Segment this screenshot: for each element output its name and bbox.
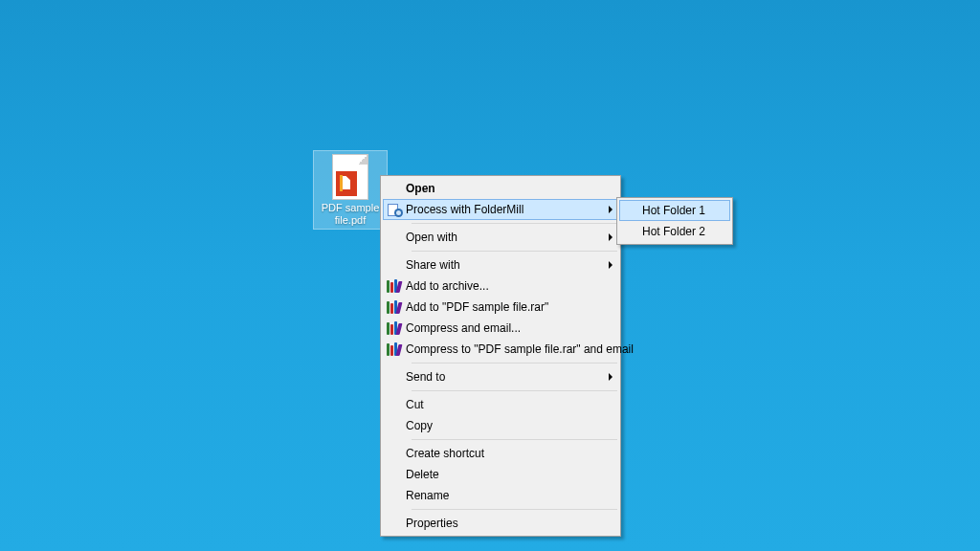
menu-item-label: Compress and email... [406, 321, 618, 335]
menu-item-label: Open with [406, 231, 618, 244]
context-menu-item[interactable]: Share with [383, 254, 618, 276]
menu-item-label: Open [406, 182, 618, 195]
context-menu-item[interactable]: Compress to "PDF sample file.rar" and em… [383, 339, 618, 360]
menu-item-label: Compress to "PDF sample file.rar" and em… [406, 342, 651, 356]
menu-separator [412, 509, 617, 510]
winrar-icon [387, 279, 402, 293]
context-menu-item[interactable]: Add to archive... [383, 276, 618, 297]
menu-item-label: Properties [406, 517, 618, 530]
context-menu-item[interactable]: Cut [383, 394, 618, 415]
context-submenu-item[interactable]: Hot Folder 2 [619, 221, 730, 242]
menu-item-label: Delete [406, 468, 618, 481]
menu-separator [412, 390, 617, 391]
menu-item-label: Copy [406, 419, 618, 432]
menu-separator [412, 363, 617, 364]
context-menu[interactable]: OpenProcess with FolderMillOpen withShar… [380, 175, 621, 537]
context-submenu[interactable]: Hot Folder 1Hot Folder 2 [616, 197, 733, 245]
context-menu-item[interactable]: Copy [383, 415, 618, 436]
context-submenu-item[interactable]: Hot Folder 1 [619, 200, 730, 221]
desktop-file-icon[interactable]: PDF sample file.pdf [314, 151, 387, 229]
menu-separator [412, 251, 617, 252]
menu-item-label: Add to archive... [406, 279, 618, 293]
menu-item-label: Hot Folder 1 [642, 204, 730, 217]
desktop-file-label: PDF sample file.pdf [314, 202, 387, 229]
menu-item-label: Add to "PDF sample file.rar" [406, 300, 618, 314]
menu-item-label: Hot Folder 2 [642, 225, 730, 238]
menu-item-label: Rename [406, 489, 618, 502]
menu-separator [412, 439, 617, 440]
winrar-icon [387, 321, 402, 335]
winrar-icon [387, 342, 402, 356]
submenu-arrow-icon [609, 233, 612, 241]
foldermill-icon [387, 203, 402, 216]
context-menu-item[interactable]: Add to "PDF sample file.rar" [383, 297, 618, 318]
menu-item-label: Process with FolderMill [406, 203, 618, 216]
context-menu-item[interactable]: Open [383, 178, 618, 199]
context-menu-item[interactable]: Send to [383, 366, 618, 387]
menu-item-label: Cut [406, 398, 618, 411]
menu-item-label: Share with [406, 258, 618, 272]
menu-item-label: Create shortcut [406, 447, 618, 460]
submenu-arrow-icon [609, 206, 612, 213]
submenu-arrow-icon [609, 261, 612, 269]
context-menu-item[interactable]: Create shortcut [383, 443, 618, 464]
menu-item-label: Send to [406, 370, 618, 384]
context-menu-item[interactable]: Open with [383, 227, 618, 248]
context-menu-item[interactable]: Delete [383, 464, 618, 485]
menu-separator [412, 223, 617, 224]
context-menu-item[interactable]: Properties [383, 513, 618, 534]
submenu-arrow-icon [609, 373, 612, 381]
context-menu-item[interactable]: Process with FolderMill [383, 199, 618, 220]
context-menu-item[interactable]: Rename [383, 485, 618, 506]
context-menu-item[interactable]: Compress and email... [383, 318, 618, 339]
winrar-icon [387, 300, 402, 314]
pdf-file-icon [332, 154, 368, 200]
